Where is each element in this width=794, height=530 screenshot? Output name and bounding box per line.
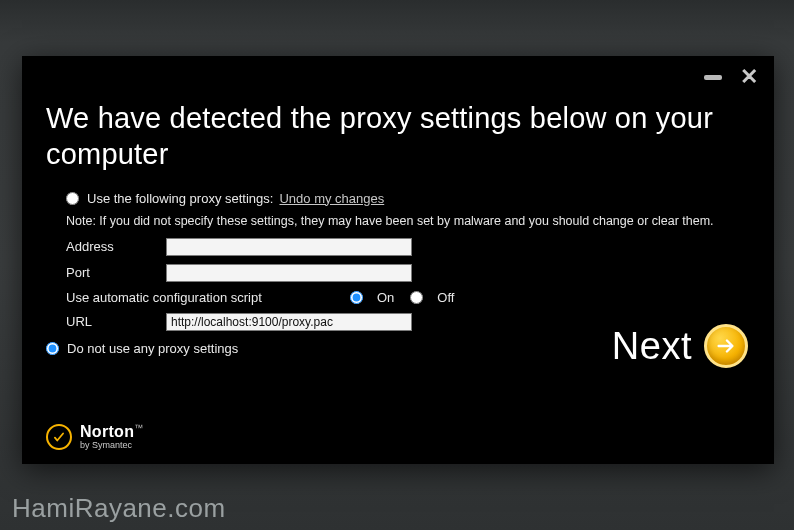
- undo-changes-link[interactable]: Undo my changes: [279, 191, 384, 206]
- off-label[interactable]: Off: [437, 290, 454, 305]
- brand-logo: Norton™ by Symantec: [46, 424, 143, 450]
- checkmark-circle-icon: [46, 424, 72, 450]
- acs-toggle-group: On Off: [350, 290, 464, 305]
- on-label[interactable]: On: [377, 290, 394, 305]
- brand-name: Norton: [80, 424, 134, 441]
- do-not-use-label: Do not use any proxy settings: [67, 341, 238, 356]
- window-controls: ✕: [704, 66, 758, 88]
- brand-byline: by Symantec: [80, 441, 143, 450]
- radio-acs-off[interactable]: [410, 291, 423, 304]
- next-button[interactable]: Next: [612, 324, 748, 368]
- radio-do-not-use[interactable]: [46, 342, 59, 355]
- close-button[interactable]: ✕: [740, 66, 758, 88]
- use-following-label: Use the following proxy settings:: [87, 191, 273, 206]
- url-input[interactable]: [166, 313, 412, 331]
- arrow-right-icon: [704, 324, 748, 368]
- proxy-settings-dialog: ✕ We have detected the proxy settings be…: [22, 56, 774, 464]
- address-input[interactable]: [166, 238, 412, 256]
- port-label: Port: [66, 265, 166, 280]
- acs-label: Use automatic configuration script: [66, 290, 350, 305]
- port-input[interactable]: [166, 264, 412, 282]
- dialog-heading: We have detected the proxy settings belo…: [46, 100, 750, 173]
- malware-note: Note: If you did not specify these setti…: [66, 214, 786, 228]
- next-label: Next: [612, 325, 692, 368]
- option-use-following[interactable]: Use the following proxy settings: Undo m…: [66, 191, 556, 206]
- proxy-form: Use the following proxy settings: Undo m…: [46, 191, 556, 356]
- radio-acs-on[interactable]: [350, 291, 363, 304]
- minimize-button[interactable]: [704, 75, 722, 80]
- watermark-text: HamiRayane.com: [12, 493, 226, 524]
- radio-use-following[interactable]: [66, 192, 79, 205]
- address-label: Address: [66, 239, 166, 254]
- url-label: URL: [66, 314, 166, 329]
- option-do-not-use[interactable]: Do not use any proxy settings: [46, 341, 556, 356]
